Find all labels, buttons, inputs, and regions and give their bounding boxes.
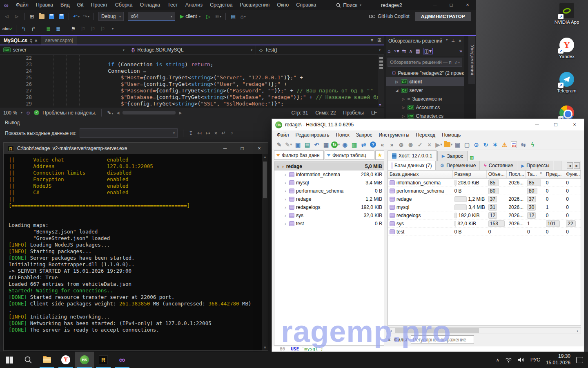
heidisql-menu-item[interactable]: Помощь — [439, 132, 464, 138]
desktop-icon-telegram[interactable]: ↗ Telegram — [554, 72, 580, 93]
session-manager-icon[interactable]: ◉ — [340, 140, 350, 149]
grid-column-header[interactable]: Та...∨ — [526, 171, 544, 178]
goto-message-icon[interactable]: ↧ — [189, 130, 193, 136]
export-icon[interactable]: ▥ — [350, 140, 359, 149]
vs-menu-item[interactable]: Файл — [12, 0, 32, 10]
panel-dropdown-icon[interactable]: ▾ — [446, 38, 448, 44]
platform-dropdown[interactable]: x64▾ — [128, 12, 175, 21]
expand-icon[interactable]: › — [283, 181, 287, 185]
heidisql-menu-item[interactable]: Переход — [412, 132, 439, 138]
clear-output-icon[interactable]: × — [214, 130, 218, 136]
wifi-icon[interactable] — [505, 357, 512, 363]
taskbar-yandex-button[interactable]: Y — [56, 352, 75, 368]
solution-search-box[interactable]: Обозреватель решений — п ⌕▾ — [388, 58, 462, 67]
find-in-files-icon[interactable]: ▤ — [229, 12, 238, 21]
solution-tree-item[interactable]: ▷C# Character.cs — [386, 112, 464, 119]
expand-icon[interactable]: › — [283, 189, 287, 193]
grid-column-header[interactable]: Посл... — [507, 171, 526, 178]
minimize-button[interactable]: ─ — [216, 143, 234, 154]
undo-icon[interactable]: ↶ — [312, 140, 321, 149]
minimize-button[interactable]: ─ — [427, 0, 443, 10]
volume-icon[interactable] — [518, 357, 525, 363]
tray-expand-icon[interactable]: ∧ — [496, 357, 499, 363]
profiler-icon[interactable]: ≋▾ — [214, 12, 223, 21]
output-source-dropdown[interactable]: ▾ — [80, 128, 178, 138]
navigate-back-icon[interactable]: ⊲ — [2, 12, 11, 21]
tab-list-dropdown-icon[interactable]: ▾ — [371, 36, 373, 45]
database-grid-row[interactable]: test 0 B 0000 — [388, 228, 581, 236]
grid-column-header[interactable]: База данных — [388, 171, 453, 178]
collapse-all-icon[interactable]: ∧ — [409, 48, 413, 54]
close-button[interactable]: × — [459, 0, 476, 10]
new-project-icon[interactable]: ⊞ — [27, 12, 36, 21]
breadcrumb-project[interactable]: C# server▾ — [0, 45, 128, 54]
solution-tree-item[interactable]: ⊡ Решение "redagev2" (2 проек — [386, 69, 464, 77]
find-replace-icon[interactable]: ↻ — [481, 140, 490, 149]
database-grid-row[interactable]: sys 32,0 KiB 1532026...110122 — [388, 220, 581, 228]
save-icon[interactable] — [47, 12, 56, 21]
database-grid-row[interactable]: redage 1,2 MiB 372026...3700 — [388, 195, 581, 203]
zoom-level[interactable]: 100 % — [3, 110, 17, 116]
database-tree-item[interactable]: › redagelogs 192,0 KiB — [274, 203, 384, 211]
console-scrollbar[interactable]: ▲ ▼ — [262, 154, 268, 350]
host-subtab[interactable]: ▶ Процессы — [518, 161, 554, 170]
toolbar-overflow-icon[interactable]: » — [459, 48, 462, 54]
scroll-down-icon[interactable]: ▼ — [262, 346, 268, 350]
vs-menu-item[interactable]: Расширения — [236, 0, 273, 10]
scroll-left-icon[interactable]: ‹ — [388, 328, 394, 333]
database-grid-row[interactable]: redagelogs 192,0 KiB 122026...1200 — [388, 211, 581, 220]
minimize-button[interactable]: ─ — [528, 119, 546, 130]
editor-options-icon[interactable]: ⊞ — [377, 36, 381, 45]
scroll-up-icon[interactable]: ▲ — [262, 155, 268, 159]
host-tab[interactable]: ▶ Запрос — [437, 151, 468, 161]
data-flow-icon[interactable]: ⇄ — [359, 140, 368, 149]
bookmark-clear-icon[interactable]: ⚐ — [98, 25, 107, 34]
pin-icon[interactable]: ⊥ — [451, 38, 455, 44]
cancel-icon[interactable]: ⊗ — [406, 140, 415, 149]
heidisql-menu-item[interactable]: Редактировать — [292, 132, 333, 138]
table-filter-input[interactable]: Фильтр таблиц — [325, 150, 374, 160]
solution-tree-item[interactable]: ▷C# client — [386, 77, 464, 86]
run-icon[interactable]: ▶▾ — [434, 140, 443, 149]
solution-home-icon[interactable]: ⌂▾ — [238, 12, 247, 21]
action-center-icon[interactable] — [576, 357, 583, 363]
vs-search[interactable]: Поиск▾ — [336, 2, 361, 8]
regex-filter-input[interactable] — [411, 335, 474, 344]
code-editor[interactable]: 22if (Connection is string) return; 23Co… — [0, 55, 384, 107]
notifications-tab[interactable]: Уведомления — [468, 36, 475, 84]
tabs-scroll-left-icon[interactable]: ◀ — [567, 162, 573, 169]
grid-horizontal-scrollbar[interactable]: ‹ › — [388, 327, 581, 334]
database-tree-item[interactable]: › redage 1,2 MiB — [274, 195, 384, 203]
screen-icon[interactable]: ▢ — [462, 140, 472, 149]
vs-menu-item[interactable]: Сборка — [111, 0, 136, 10]
database-tree-item[interactable]: › sys 32,0 KiB — [274, 211, 384, 220]
clean-icon[interactable]: ✶ — [490, 140, 500, 149]
home-icon[interactable]: ⌂ — [388, 48, 390, 54]
host-subtab[interactable] — [554, 161, 561, 170]
vs-menu-item[interactable]: Проект — [87, 0, 111, 10]
refresh-icon[interactable]: ↻▾ — [331, 140, 340, 149]
spell-check-icon[interactable]: abc✓ — [2, 25, 13, 34]
lightning-icon[interactable]: ϟ — [528, 140, 537, 149]
expand-icon[interactable]: ◢ — [395, 88, 399, 92]
new-query-tab-icon[interactable]: ⊞ — [470, 155, 474, 161]
add-row-icon[interactable]: ⊕ — [396, 140, 406, 149]
configuration-dropdown[interactable]: Debug▾ — [98, 12, 124, 21]
clear-filter-icon[interactable]: × — [388, 337, 391, 343]
solution-tree-item[interactable]: ◢C# server — [386, 86, 464, 94]
grid-column-header[interactable]: Объе... — [487, 171, 507, 178]
properties-icon[interactable]: ▤ — [415, 48, 420, 54]
taskbar-search-button[interactable] — [19, 352, 38, 368]
redo-icon[interactable]: ↷▾ — [82, 12, 91, 21]
database-grid-row[interactable]: performance_schema 0 B 808000 — [388, 187, 581, 195]
print-icon[interactable]: ▦ — [321, 140, 331, 149]
desktop-icon-yandex[interactable]: Y↗ Yandex — [554, 38, 580, 59]
database-tree-item[interactable]: › mysql 3,4 MiB — [274, 179, 384, 187]
vs-menu-item[interactable]: Вид — [57, 0, 74, 10]
cursor-back-icon[interactable]: ↰ — [19, 25, 28, 34]
collapse-icon[interactable]: ∨ — [276, 164, 280, 169]
vs-menu-item[interactable]: Тест — [164, 0, 182, 10]
favorites-icon[interactable]: ★ — [375, 150, 384, 160]
database-grid-row[interactable]: information_schema 208,0 KiB 852026...85… — [388, 179, 581, 187]
taskbar-clock[interactable]: 19:30 15.01.2026 — [546, 353, 570, 366]
